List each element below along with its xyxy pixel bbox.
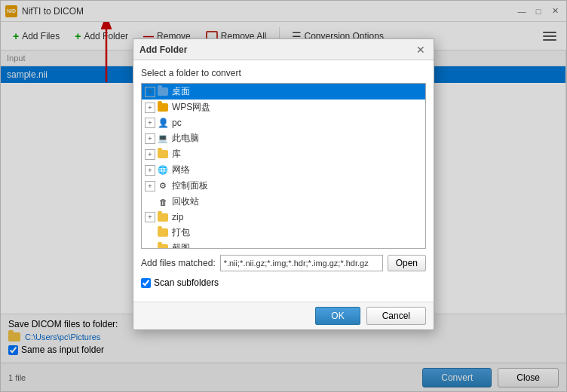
expander-pc[interactable]: + [145,118,155,128]
screenshot-folder-icon [157,243,169,250]
dialog-footer: OK Cancel [133,302,434,329]
dialog-close-button[interactable]: ✕ [414,43,428,57]
tree-label-zip: zip [172,212,183,222]
expander-recycle: · [145,197,155,207]
tree-label-computer: 此电脑 [172,132,199,145]
folder-tree[interactable]: + 桌面 + WPS网盘 [141,83,426,249]
tree-item-pack[interactable]: · 打包 [142,225,425,240]
scan-subfolders-label: Scan subfolders [154,277,219,288]
tree-label-network: 网络 [172,164,190,176]
tree-label-controlpanel: 控制面板 [172,179,208,192]
add-files-label: Add files matched: [141,258,216,268]
tree-item-desktop[interactable]: + 桌面 [142,84,425,100]
expander-controlpanel[interactable]: + [145,181,155,191]
desktop-folder-icon [157,87,169,97]
open-button[interactable]: Open [388,255,426,271]
add-files-input[interactable] [220,255,383,271]
tree-item-controlpanel[interactable]: + ⚙ 控制面板 [142,178,425,194]
computer-icon: 💻 [157,133,169,144]
library-icon [157,149,169,160]
dialog-title-bar: Add Folder ✕ [133,39,434,60]
tree-label-recycle: 回收站 [172,195,199,208]
main-window: NiD NifTI to DICOM — □ ✕ + Add Files + A… [0,0,567,392]
ok-button[interactable]: OK [315,307,360,325]
tree-item-pc[interactable]: + 👤 pc [142,115,425,130]
tree-label-pack: 打包 [172,226,190,239]
scan-subfolders-checkbox[interactable] [141,278,151,288]
expander-library[interactable]: + [145,149,155,160]
tree-label-screenshot: 截图 [172,242,190,249]
tree-item-computer[interactable]: + 💻 此电脑 [142,130,425,146]
tree-label-pc: pc [172,118,182,128]
dialog-select-label: Select a folder to convert [141,68,426,78]
dialog-body: Select a folder to convert + 桌面 + [133,60,434,302]
tree-item-network[interactable]: + 🌐 网络 [142,162,425,178]
pc-icon: 👤 [157,118,169,128]
tree-item-recycle[interactable]: · 🗑 回收站 [142,194,425,210]
expander-screenshot: · [145,243,155,250]
tree-item-screenshot[interactable]: · 截图 [142,240,425,249]
tree-label-wps: WPS网盘 [172,101,210,114]
tree-item-wps[interactable]: + WPS网盘 [142,100,425,115]
scan-subfolders-row: Scan subfolders [141,277,426,288]
expander-computer[interactable]: + [145,133,155,144]
tree-label-desktop: 桌面 [172,85,190,98]
expander-pack: · [145,228,155,238]
wps-icon [157,103,169,113]
tree-item-library[interactable]: + 库 [142,146,425,162]
expander-zip[interactable]: + [145,212,155,222]
network-icon: 🌐 [157,165,169,176]
tree-item-zip[interactable]: + zip [142,210,425,225]
cancel-button[interactable]: Cancel [366,307,426,325]
expander-network[interactable]: + [145,165,155,176]
zip-folder-icon [157,212,169,222]
add-files-row: Add files matched: Open [141,255,426,271]
tree-label-library: 库 [172,148,181,161]
pack-folder-icon [157,228,169,238]
add-folder-dialog: Add Folder ✕ Select a folder to convert … [133,38,434,330]
dialog-overlay: Add Folder ✕ Select a folder to convert … [1,1,566,391]
dialog-title: Add Folder [139,44,187,55]
expander-wps[interactable]: + [145,103,155,113]
controlpanel-icon: ⚙ [157,181,169,191]
expander-desktop[interactable]: + [145,87,155,97]
recycle-icon: 🗑 [157,197,169,207]
